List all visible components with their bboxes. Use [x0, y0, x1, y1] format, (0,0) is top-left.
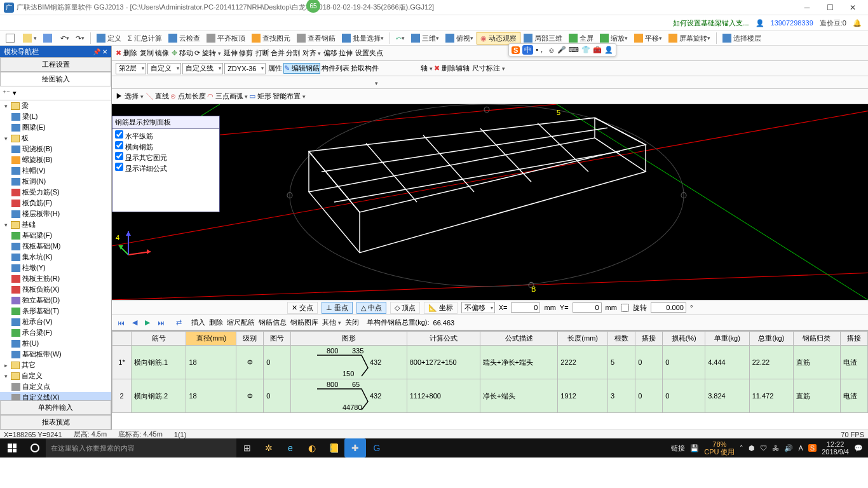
- axis-btn[interactable]: 轴: [421, 64, 433, 73]
- stretch-btn[interactable]: 拉伸: [339, 48, 353, 58]
- tree-item[interactable]: 独立基础(D): [0, 295, 111, 306]
- tree-item[interactable]: ▾自定义: [0, 370, 111, 381]
- panel-checkbox[interactable]: 横向钢筋: [115, 141, 217, 152]
- ime-keyboard-icon[interactable]: ⌨: [569, 46, 579, 54]
- zoom-button[interactable]: 缩放: [597, 32, 631, 44]
- rotate-input[interactable]: [651, 302, 686, 313]
- rebar-display-panel[interactable]: 钢筋显示控制面板 水平纵筋 横向钢筋 显示其它图元 显示详细公式: [112, 116, 220, 212]
- floor-combo[interactable]: 第2层: [116, 63, 146, 74]
- tab-draw-input[interactable]: 绘图输入: [0, 72, 111, 86]
- ime-punct-icon[interactable]: •，: [536, 45, 545, 55]
- tree-item[interactable]: 板负筋(F): [0, 198, 111, 208]
- ime-skin-icon[interactable]: 👕: [581, 46, 590, 54]
- snap-intersect[interactable]: ✕ 交点: [287, 302, 318, 314]
- grid-last[interactable]: ⏭: [156, 319, 166, 327]
- grid-insert[interactable]: 插入: [191, 318, 205, 327]
- tree-item[interactable]: 筏板基础(M): [0, 241, 111, 252]
- snap-x-input[interactable]: [511, 302, 540, 313]
- snap-y-input[interactable]: [573, 302, 602, 313]
- tree-item[interactable]: 板洞(N): [0, 176, 111, 187]
- split-btn[interactable]: 分割: [286, 48, 300, 58]
- panel-checkbox[interactable]: 显示其它图元: [115, 152, 217, 163]
- flatroof-button[interactable]: 平齐板顶: [203, 32, 248, 44]
- grid-scalematch[interactable]: 缩尺配筋: [227, 318, 255, 327]
- tree-tool-icon[interactable]: ⁺⁻: [3, 89, 10, 97]
- batchsel-button[interactable]: 批量选择: [339, 32, 387, 44]
- editrebar-btn[interactable]: ✎ 编辑钢筋: [283, 63, 320, 74]
- ime-emoji-icon[interactable]: ☺: [548, 46, 555, 54]
- local3d-button[interactable]: 局部三维: [520, 32, 566, 44]
- pickelem-btn[interactable]: 拾取构件: [351, 64, 379, 73]
- arc3pt-btn[interactable]: ◠ 三点画弧: [207, 92, 248, 101]
- ime-user-icon[interactable]: 👤: [604, 46, 613, 54]
- tree-item[interactable]: ▾基础: [0, 219, 111, 230]
- rotate-check[interactable]: [621, 304, 629, 312]
- tray-clock[interactable]: 12:222018/9/4: [822, 440, 849, 456]
- grid-prev[interactable]: ◀: [130, 318, 139, 327]
- grid-close[interactable]: 关闭: [345, 318, 359, 327]
- smartlayout-btn[interactable]: 智能布置: [273, 92, 306, 101]
- tree-item[interactable]: 筏板主筋(R): [0, 273, 111, 284]
- tree-item[interactable]: 自定义点: [0, 381, 111, 392]
- select-btn[interactable]: ▶ 选择: [116, 92, 144, 101]
- grid-other[interactable]: 其他: [322, 318, 341, 327]
- deleteaux-btn[interactable]: ✖ 删除辅轴: [434, 64, 470, 73]
- tree-item[interactable]: 集水坑(K): [0, 252, 111, 262]
- setclamp-btn[interactable]: 设置夹点: [355, 48, 383, 58]
- dimnote-btn[interactable]: 尺寸标注: [472, 64, 505, 73]
- view3d-button[interactable]: 三维: [408, 32, 442, 44]
- viewrebar-button[interactable]: 查看钢筋: [294, 32, 339, 44]
- taskview-icon[interactable]: ⊞: [236, 438, 258, 458]
- snap-peak[interactable]: ◇ 顶点: [390, 302, 420, 314]
- rotate-btn[interactable]: ⟳ 旋转: [194, 48, 221, 58]
- tray-notif-icon[interactable]: 💬: [854, 444, 863, 452]
- grid-rebarlib[interactable]: 钢筋图库: [290, 318, 318, 327]
- tree-item[interactable]: 承台梁(F): [0, 327, 111, 338]
- tree-item[interactable]: 基础板带(W): [0, 349, 111, 360]
- table-row[interactable]: 1*横向钢筋.118Φ0800335432150800+1272+150端头+净…: [112, 346, 868, 379]
- pan-button[interactable]: 平移: [631, 32, 665, 44]
- tree-item[interactable]: 现浇板(B): [0, 144, 111, 154]
- mirror-btn[interactable]: 镜像: [155, 48, 169, 58]
- tray-bt-icon[interactable]: ⬢: [749, 444, 755, 452]
- snap-mid[interactable]: △ 中点: [356, 302, 386, 314]
- topview-button[interactable]: 俯视: [442, 32, 477, 44]
- tab-single-input[interactable]: 单构件输入: [0, 400, 111, 415]
- help-link[interactable]: 如何设置基础梁锚入支...: [673, 18, 749, 28]
- tray-lang-icon[interactable]: A: [798, 444, 803, 452]
- subtype-combo[interactable]: 自定义线: [182, 63, 223, 74]
- snap-coord[interactable]: 📐 坐标: [424, 302, 458, 314]
- fullscreen-button[interactable]: 全屏: [566, 32, 597, 44]
- grid-first[interactable]: ⏮: [116, 319, 126, 327]
- tree-item[interactable]: 自定义线(X): [0, 392, 111, 400]
- rect-btn[interactable]: ▭ 矩形: [249, 92, 271, 101]
- grid-delete[interactable]: 删除: [209, 318, 223, 327]
- dynview-button[interactable]: ◉ 动态观察: [477, 32, 520, 44]
- line-btn[interactable]: ╲ 直线: [146, 92, 169, 101]
- close-button[interactable]: ✕: [841, 3, 864, 12]
- break-btn[interactable]: 打断: [255, 48, 269, 58]
- new-button[interactable]: [3, 32, 20, 44]
- move-btn[interactable]: ✥ 移动: [172, 48, 193, 58]
- app-icon-1[interactable]: ✲: [258, 438, 280, 458]
- tree-item[interactable]: 桩承台(V): [0, 316, 111, 327]
- pin-icon[interactable]: 📌 ✕: [93, 48, 107, 55]
- taskbar-search[interactable]: 在这里输入你要搜索的内容: [46, 438, 236, 458]
- tree-item[interactable]: 基础梁(F): [0, 230, 111, 241]
- panel-checkbox[interactable]: 水平纵筋: [115, 130, 217, 141]
- tree-item[interactable]: ▸其它: [0, 360, 111, 370]
- merge-btn[interactable]: 合并: [271, 48, 285, 58]
- offset-combo[interactable]: 不偏移: [461, 302, 495, 313]
- viewport-3d[interactable]: 钢筋显示控制面板 水平纵筋 横向钢筋 显示其它图元 显示详细公式 5 B: [112, 104, 868, 300]
- tray-link[interactable]: 链接: [671, 444, 685, 453]
- tray-up-icon[interactable]: ˄: [740, 444, 743, 452]
- bell-icon[interactable]: 🔔: [853, 19, 862, 27]
- app-icon-5[interactable]: ✚: [344, 438, 366, 458]
- maximize-button[interactable]: ☐: [818, 3, 841, 12]
- ime-voice-icon[interactable]: 🎤: [557, 46, 566, 54]
- code-combo[interactable]: ZDYX-36: [224, 63, 266, 74]
- cortana-button[interactable]: [24, 444, 46, 452]
- unknown-dropdown[interactable]: [371, 79, 378, 86]
- tree-item[interactable]: 柱帽(V): [0, 165, 111, 176]
- findelem-button[interactable]: 查找图元: [248, 32, 294, 44]
